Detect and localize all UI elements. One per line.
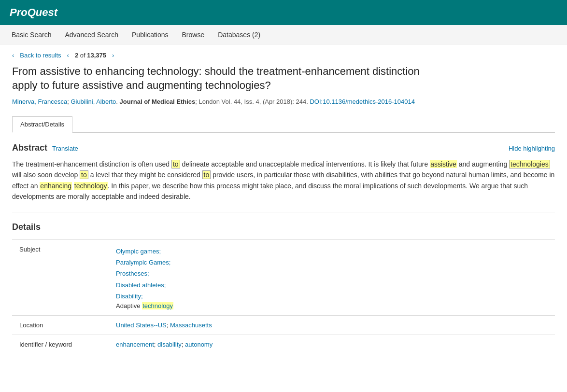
nav-databases[interactable]: Databases (2) bbox=[211, 25, 267, 44]
abstract-heading: Abstract bbox=[12, 143, 47, 153]
highlight-technologies: technologies bbox=[509, 160, 550, 168]
article-date: (Apr 2018): 244. bbox=[263, 98, 308, 105]
identifier-row: Identifier / keyword enhancement; disabi… bbox=[12, 335, 555, 354]
result-navigation: ‹ Back to results ‹ 2 of 13,375 › bbox=[12, 52, 555, 59]
location-us[interactable]: United States--US bbox=[116, 322, 167, 329]
location-values: United States--US; Massachusetts bbox=[109, 315, 555, 335]
author-minerva[interactable]: Minerva, Francesca bbox=[12, 98, 67, 105]
back-to-results-link[interactable]: Back to results bbox=[20, 52, 61, 59]
content-tabs: Abstract/Details bbox=[12, 116, 555, 133]
highlight-to-3: to bbox=[202, 170, 211, 179]
article-metadata: Minerva, Francesca; Giubilini, Alberto. … bbox=[12, 97, 555, 107]
next-result-arrow[interactable]: › bbox=[112, 52, 114, 59]
location-row: Location United States--US; Massachusett… bbox=[12, 315, 555, 335]
abstract-section: Abstract Translate Hide highlighting The… bbox=[12, 133, 555, 212]
subject-technology-highlight: technology bbox=[142, 302, 173, 309]
location-massachusetts[interactable]: Massachusetts bbox=[170, 322, 212, 329]
nav-advanced-search[interactable]: Advanced Search bbox=[58, 25, 125, 44]
highlight-technology: technology bbox=[74, 182, 108, 190]
subject-adaptive: Adaptive technology bbox=[116, 302, 173, 309]
result-count: 2 of 13,375 bbox=[75, 52, 106, 59]
nav-browse[interactable]: Browse bbox=[175, 25, 212, 44]
tab-abstract-details[interactable]: Abstract/Details bbox=[12, 116, 72, 133]
subject-paralympic-games[interactable]: Paralympic Games; bbox=[116, 257, 548, 268]
subject-row: Subject Olympic games; Paralympic Games;… bbox=[12, 239, 555, 315]
back-arrow-icon: ‹ bbox=[12, 52, 14, 59]
subject-label: Subject bbox=[12, 239, 109, 315]
abstract-title-row: Abstract Translate bbox=[12, 143, 78, 153]
subject-technology[interactable]: technology bbox=[142, 302, 173, 309]
subject-disability[interactable]: Disability; bbox=[116, 291, 548, 302]
abstract-text: The treatment-enhancement distinction is… bbox=[12, 159, 555, 202]
prev-result-arrow[interactable]: ‹ bbox=[67, 52, 69, 59]
highlight-to-1: to bbox=[171, 160, 180, 168]
article-title: From assistive to enhancing technology: … bbox=[12, 65, 447, 92]
details-heading: Details bbox=[12, 222, 555, 232]
navigation-bar: Basic Search Advanced Search Publication… bbox=[0, 25, 567, 44]
header: ProQuest bbox=[0, 0, 567, 25]
nav-publications[interactable]: Publications bbox=[125, 25, 175, 44]
location-label: Location bbox=[12, 315, 109, 335]
hide-highlighting-link[interactable]: Hide highlighting bbox=[509, 145, 555, 152]
keyword-enhancement[interactable]: enhancement bbox=[116, 341, 154, 348]
subject-values: Olympic games; Paralympic Games; Prosthe… bbox=[109, 239, 555, 315]
details-table: Subject Olympic games; Paralympic Games;… bbox=[12, 239, 555, 354]
subject-prostheses[interactable]: Prostheses; bbox=[116, 268, 548, 279]
nav-basic-search[interactable]: Basic Search bbox=[5, 25, 58, 44]
subject-disabled-athletes[interactable]: Disabled athletes; bbox=[116, 280, 548, 291]
journal-location: London bbox=[199, 98, 220, 105]
main-content: ‹ Back to results ‹ 2 of 13,375 › From a… bbox=[0, 44, 567, 371]
abstract-header: Abstract Translate Hide highlighting bbox=[12, 143, 555, 153]
keyword-autonomy[interactable]: autonomy bbox=[185, 341, 213, 348]
highlight-enhancing: enhancing bbox=[40, 182, 72, 190]
highlight-assistive: assistive bbox=[430, 160, 457, 168]
article-volume-issue: Vol. 44, Iss. 4, bbox=[222, 98, 261, 105]
journal-name: Journal of Medical Ethics bbox=[120, 98, 196, 105]
identifier-values: enhancement; disability; autonomy bbox=[109, 335, 555, 354]
identifier-label: Identifier / keyword bbox=[12, 335, 109, 354]
details-section: Details Subject Olympic games; Paralympi… bbox=[12, 212, 555, 364]
highlight-to-2: to bbox=[80, 170, 88, 179]
proquest-logo: ProQuest bbox=[10, 6, 57, 19]
subject-olympic-games[interactable]: Olympic games; bbox=[116, 246, 548, 257]
author-giubilini[interactable]: Giubilini, Alberto bbox=[71, 98, 116, 105]
keyword-disability[interactable]: disability bbox=[157, 341, 182, 348]
doi-link[interactable]: DOI:10.1136/medethics-2016-104014 bbox=[310, 98, 415, 105]
translate-link[interactable]: Translate bbox=[52, 145, 78, 152]
